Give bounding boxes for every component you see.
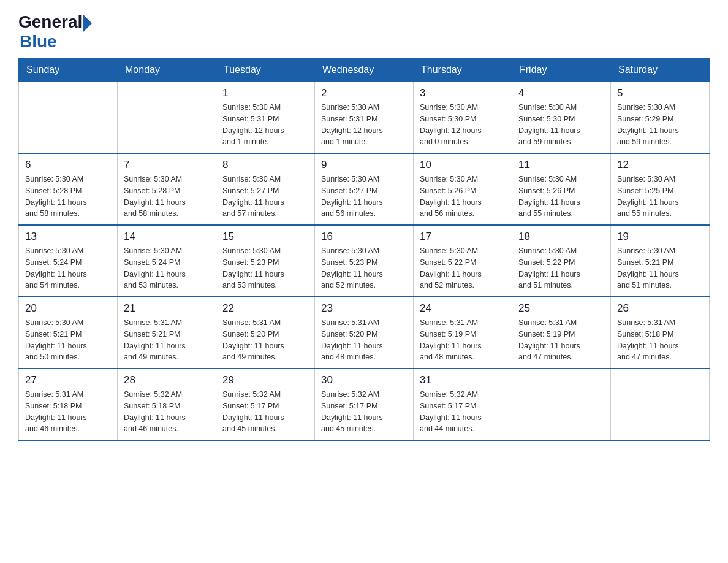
calendar-cell: 29Sunrise: 5:32 AM Sunset: 5:17 PM Dayli… bbox=[216, 369, 315, 440]
logo: General Blue bbox=[18, 12, 92, 52]
day-number: 30 bbox=[321, 374, 407, 386]
day-number: 24 bbox=[420, 302, 506, 315]
day-info: Sunrise: 5:31 AM Sunset: 5:20 PM Dayligh… bbox=[321, 317, 407, 363]
day-number: 4 bbox=[518, 87, 604, 99]
day-info: Sunrise: 5:32 AM Sunset: 5:18 PM Dayligh… bbox=[124, 389, 210, 435]
page-header: General Blue bbox=[18, 12, 710, 52]
calendar-cell: 2Sunrise: 5:30 AM Sunset: 5:31 PM Daylig… bbox=[315, 82, 414, 154]
day-number: 10 bbox=[420, 159, 506, 171]
calendar-cell bbox=[512, 369, 611, 440]
calendar-cell: 20Sunrise: 5:30 AM Sunset: 5:21 PM Dayli… bbox=[19, 297, 118, 369]
calendar-cell: 14Sunrise: 5:30 AM Sunset: 5:24 PM Dayli… bbox=[118, 225, 216, 297]
day-info: Sunrise: 5:30 AM Sunset: 5:30 PM Dayligh… bbox=[518, 102, 604, 148]
calendar-table: SundayMondayTuesdayWednesdayThursdayFrid… bbox=[18, 58, 710, 441]
calendar-cell: 31Sunrise: 5:32 AM Sunset: 5:17 PM Dayli… bbox=[414, 369, 512, 440]
day-number: 31 bbox=[420, 374, 506, 386]
day-info: Sunrise: 5:32 AM Sunset: 5:17 PM Dayligh… bbox=[222, 389, 308, 435]
day-info: Sunrise: 5:30 AM Sunset: 5:26 PM Dayligh… bbox=[518, 174, 604, 220]
calendar-cell: 4Sunrise: 5:30 AM Sunset: 5:30 PM Daylig… bbox=[512, 82, 611, 154]
calendar-cell: 5Sunrise: 5:30 AM Sunset: 5:29 PM Daylig… bbox=[611, 82, 710, 154]
calendar-header: SundayMondayTuesdayWednesdayThursdayFrid… bbox=[19, 58, 710, 82]
calendar-cell: 23Sunrise: 5:31 AM Sunset: 5:20 PM Dayli… bbox=[315, 297, 414, 369]
calendar-cell: 12Sunrise: 5:30 AM Sunset: 5:25 PM Dayli… bbox=[611, 153, 710, 225]
day-number: 12 bbox=[617, 159, 703, 171]
calendar-cell: 22Sunrise: 5:31 AM Sunset: 5:20 PM Dayli… bbox=[216, 297, 315, 369]
day-number: 9 bbox=[321, 159, 407, 171]
weekday-header-sunday: Sunday bbox=[19, 58, 118, 82]
day-info: Sunrise: 5:30 AM Sunset: 5:31 PM Dayligh… bbox=[321, 102, 407, 148]
calendar-cell: 8Sunrise: 5:30 AM Sunset: 5:27 PM Daylig… bbox=[216, 153, 315, 225]
weekday-header-wednesday: Wednesday bbox=[315, 58, 414, 82]
calendar-cell: 18Sunrise: 5:30 AM Sunset: 5:22 PM Dayli… bbox=[512, 225, 611, 297]
day-number: 21 bbox=[124, 302, 210, 315]
calendar-cell: 26Sunrise: 5:31 AM Sunset: 5:18 PM Dayli… bbox=[611, 297, 710, 369]
weekday-header-monday: Monday bbox=[118, 58, 216, 82]
calendar-cell: 16Sunrise: 5:30 AM Sunset: 5:23 PM Dayli… bbox=[315, 225, 414, 297]
day-info: Sunrise: 5:30 AM Sunset: 5:27 PM Dayligh… bbox=[321, 174, 407, 220]
day-info: Sunrise: 5:32 AM Sunset: 5:17 PM Dayligh… bbox=[420, 389, 506, 435]
calendar-cell: 28Sunrise: 5:32 AM Sunset: 5:18 PM Dayli… bbox=[118, 369, 216, 440]
calendar-cell bbox=[19, 82, 118, 154]
day-info: Sunrise: 5:30 AM Sunset: 5:29 PM Dayligh… bbox=[617, 102, 703, 148]
logo-general-text: General bbox=[18, 12, 82, 32]
day-number: 26 bbox=[617, 302, 703, 315]
day-number: 2 bbox=[321, 87, 407, 99]
day-number: 14 bbox=[124, 231, 210, 243]
calendar-week-row: 1Sunrise: 5:30 AM Sunset: 5:31 PM Daylig… bbox=[19, 82, 710, 154]
calendar-body: 1Sunrise: 5:30 AM Sunset: 5:31 PM Daylig… bbox=[19, 82, 710, 441]
day-number: 23 bbox=[321, 302, 407, 315]
day-info: Sunrise: 5:32 AM Sunset: 5:17 PM Dayligh… bbox=[321, 389, 407, 435]
calendar-week-row: 27Sunrise: 5:31 AM Sunset: 5:18 PM Dayli… bbox=[19, 369, 710, 440]
day-info: Sunrise: 5:30 AM Sunset: 5:24 PM Dayligh… bbox=[124, 245, 210, 291]
day-info: Sunrise: 5:31 AM Sunset: 5:19 PM Dayligh… bbox=[420, 317, 506, 363]
calendar-cell: 27Sunrise: 5:31 AM Sunset: 5:18 PM Dayli… bbox=[19, 369, 118, 440]
day-number: 1 bbox=[222, 87, 308, 99]
calendar-cell: 1Sunrise: 5:30 AM Sunset: 5:31 PM Daylig… bbox=[216, 82, 315, 154]
calendar-cell: 3Sunrise: 5:30 AM Sunset: 5:30 PM Daylig… bbox=[414, 82, 512, 154]
calendar-cell: 30Sunrise: 5:32 AM Sunset: 5:17 PM Dayli… bbox=[315, 369, 414, 440]
logo-arrow-icon bbox=[83, 15, 92, 32]
weekday-header-tuesday: Tuesday bbox=[216, 58, 315, 82]
calendar-cell: 10Sunrise: 5:30 AM Sunset: 5:26 PM Dayli… bbox=[414, 153, 512, 225]
calendar-cell: 13Sunrise: 5:30 AM Sunset: 5:24 PM Dayli… bbox=[19, 225, 118, 297]
day-info: Sunrise: 5:31 AM Sunset: 5:19 PM Dayligh… bbox=[518, 317, 604, 363]
day-number: 7 bbox=[124, 159, 210, 171]
calendar-cell: 11Sunrise: 5:30 AM Sunset: 5:26 PM Dayli… bbox=[512, 153, 611, 225]
calendar-cell: 9Sunrise: 5:30 AM Sunset: 5:27 PM Daylig… bbox=[315, 153, 414, 225]
day-info: Sunrise: 5:31 AM Sunset: 5:18 PM Dayligh… bbox=[617, 317, 703, 363]
day-info: Sunrise: 5:30 AM Sunset: 5:27 PM Dayligh… bbox=[222, 174, 308, 220]
logo-blue-text: Blue bbox=[20, 32, 57, 52]
calendar-cell: 6Sunrise: 5:30 AM Sunset: 5:28 PM Daylig… bbox=[19, 153, 118, 225]
calendar-cell bbox=[118, 82, 216, 154]
weekday-header-saturday: Saturday bbox=[611, 58, 710, 82]
day-number: 25 bbox=[518, 302, 604, 315]
day-number: 18 bbox=[518, 231, 604, 243]
calendar-cell: 21Sunrise: 5:31 AM Sunset: 5:21 PM Dayli… bbox=[118, 297, 216, 369]
day-info: Sunrise: 5:31 AM Sunset: 5:20 PM Dayligh… bbox=[222, 317, 308, 363]
day-number: 17 bbox=[420, 231, 506, 243]
day-info: Sunrise: 5:30 AM Sunset: 5:23 PM Dayligh… bbox=[222, 245, 308, 291]
calendar-week-row: 6Sunrise: 5:30 AM Sunset: 5:28 PM Daylig… bbox=[19, 153, 710, 225]
day-info: Sunrise: 5:30 AM Sunset: 5:28 PM Dayligh… bbox=[124, 174, 210, 220]
day-number: 19 bbox=[617, 231, 703, 243]
calendar-week-row: 13Sunrise: 5:30 AM Sunset: 5:24 PM Dayli… bbox=[19, 225, 710, 297]
day-number: 8 bbox=[222, 159, 308, 171]
day-number: 28 bbox=[124, 374, 210, 386]
day-number: 3 bbox=[420, 87, 506, 99]
day-info: Sunrise: 5:30 AM Sunset: 5:22 PM Dayligh… bbox=[420, 245, 506, 291]
day-info: Sunrise: 5:30 AM Sunset: 5:28 PM Dayligh… bbox=[25, 174, 111, 220]
calendar-cell: 19Sunrise: 5:30 AM Sunset: 5:21 PM Dayli… bbox=[611, 225, 710, 297]
day-number: 16 bbox=[321, 231, 407, 243]
day-info: Sunrise: 5:30 AM Sunset: 5:22 PM Dayligh… bbox=[518, 245, 604, 291]
day-number: 11 bbox=[518, 159, 604, 171]
calendar-week-row: 20Sunrise: 5:30 AM Sunset: 5:21 PM Dayli… bbox=[19, 297, 710, 369]
weekday-header-row: SundayMondayTuesdayWednesdayThursdayFrid… bbox=[19, 58, 710, 82]
day-number: 27 bbox=[25, 374, 111, 386]
day-number: 6 bbox=[25, 159, 111, 171]
calendar-cell: 15Sunrise: 5:30 AM Sunset: 5:23 PM Dayli… bbox=[216, 225, 315, 297]
day-info: Sunrise: 5:30 AM Sunset: 5:25 PM Dayligh… bbox=[617, 174, 703, 220]
day-info: Sunrise: 5:30 AM Sunset: 5:31 PM Dayligh… bbox=[222, 102, 308, 148]
day-number: 15 bbox=[222, 231, 308, 243]
calendar-cell: 25Sunrise: 5:31 AM Sunset: 5:19 PM Dayli… bbox=[512, 297, 611, 369]
calendar-cell: 24Sunrise: 5:31 AM Sunset: 5:19 PM Dayli… bbox=[414, 297, 512, 369]
